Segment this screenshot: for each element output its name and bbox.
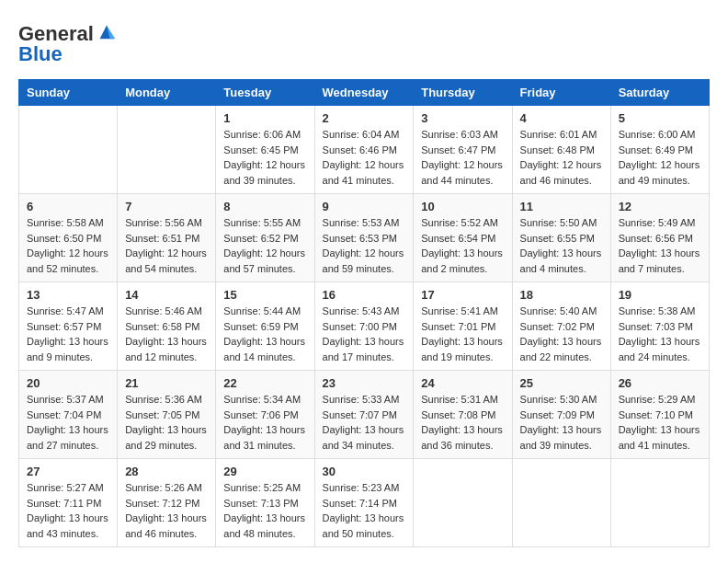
day-number: 20	[27, 376, 109, 390]
sunrise-text: Sunrise: 5:58 AM	[27, 217, 104, 228]
calendar-cell: 6Sunrise: 5:58 AMSunset: 6:50 PMDaylight…	[19, 194, 118, 282]
sunrise-text: Sunrise: 6:03 AM	[421, 129, 498, 140]
day-info: Sunrise: 5:55 AMSunset: 6:52 PMDaylight:…	[223, 215, 306, 276]
calendar-cell: 5Sunrise: 6:00 AMSunset: 6:49 PMDaylight…	[610, 106, 709, 194]
day-number: 11	[520, 200, 603, 213]
calendar-cell: 3Sunrise: 6:03 AMSunset: 6:47 PMDaylight…	[414, 106, 512, 194]
calendar-header-thursday: Thursday	[414, 80, 512, 106]
day-number: 24	[421, 376, 504, 390]
day-number: 28	[125, 465, 208, 478]
sunset-text: Sunset: 7:10 PM	[619, 409, 693, 420]
day-info: Sunrise: 6:00 AMSunset: 6:49 PMDaylight:…	[619, 127, 701, 188]
sunrise-text: Sunrise: 6:01 AM	[520, 129, 597, 140]
daylight-text: Daylight: 13 hours and 29 minutes.	[125, 424, 207, 451]
calendar-header-saturday: Saturday	[610, 80, 709, 106]
calendar-cell: 1Sunrise: 6:06 AMSunset: 6:45 PMDaylight…	[216, 106, 314, 194]
calendar-cell: 27Sunrise: 5:27 AMSunset: 7:11 PMDayligh…	[19, 459, 118, 547]
sunset-text: Sunset: 7:04 PM	[27, 409, 101, 420]
sunset-text: Sunset: 6:51 PM	[125, 233, 199, 244]
calendar-cell: 17Sunrise: 5:41 AMSunset: 7:01 PMDayligh…	[414, 282, 512, 371]
calendar-week-row: 1Sunrise: 6:06 AMSunset: 6:45 PMDaylight…	[19, 106, 710, 194]
calendar-cell: 22Sunrise: 5:34 AMSunset: 7:06 PMDayligh…	[216, 371, 314, 459]
daylight-text: Daylight: 12 hours and 54 minutes.	[125, 247, 207, 274]
sunset-text: Sunset: 6:56 PM	[619, 233, 693, 244]
calendar-header-monday: Monday	[118, 80, 216, 106]
day-info: Sunrise: 5:44 AMSunset: 6:59 PMDaylight:…	[223, 304, 306, 364]
day-number: 22	[223, 376, 306, 390]
daylight-text: Daylight: 13 hours and 48 minutes.	[223, 512, 305, 539]
calendar-week-row: 20Sunrise: 5:37 AMSunset: 7:04 PMDayligh…	[19, 371, 710, 459]
logo: General Blue	[18, 18, 119, 64]
sunrise-text: Sunrise: 5:55 AM	[223, 217, 301, 228]
sunset-text: Sunset: 6:59 PM	[223, 321, 298, 332]
sunset-text: Sunset: 6:52 PM	[223, 233, 298, 244]
calendar-cell: 16Sunrise: 5:43 AMSunset: 7:00 PMDayligh…	[314, 282, 414, 371]
day-info: Sunrise: 5:43 AMSunset: 7:00 PMDaylight:…	[323, 304, 406, 364]
sunset-text: Sunset: 7:06 PM	[223, 409, 298, 420]
daylight-text: Daylight: 13 hours and 22 minutes.	[520, 336, 602, 362]
day-info: Sunrise: 5:40 AMSunset: 7:02 PMDaylight:…	[520, 304, 603, 364]
daylight-text: Daylight: 13 hours and 27 minutes.	[27, 424, 108, 451]
sunrise-text: Sunrise: 6:04 AM	[323, 129, 400, 140]
day-number: 6	[27, 200, 109, 213]
calendar-cell: 21Sunrise: 5:36 AMSunset: 7:05 PMDayligh…	[118, 371, 216, 459]
sunrise-text: Sunrise: 5:43 AM	[323, 305, 400, 316]
sunrise-text: Sunrise: 5:37 AM	[27, 394, 104, 405]
logo-blue-text: Blue	[18, 44, 119, 64]
sunrise-text: Sunrise: 5:52 AM	[421, 217, 498, 228]
daylight-text: Daylight: 12 hours and 52 minutes.	[27, 247, 108, 274]
sunset-text: Sunset: 7:13 PM	[223, 498, 298, 509]
daylight-text: Daylight: 13 hours and 24 minutes.	[619, 336, 700, 362]
sunrise-text: Sunrise: 5:53 AM	[323, 217, 400, 228]
calendar-week-row: 13Sunrise: 5:47 AMSunset: 6:57 PMDayligh…	[19, 282, 710, 371]
calendar-cell	[19, 106, 118, 194]
sunset-text: Sunset: 6:58 PM	[125, 321, 199, 332]
day-info: Sunrise: 5:33 AMSunset: 7:07 PMDaylight:…	[323, 392, 406, 453]
day-info: Sunrise: 5:46 AMSunset: 6:58 PMDaylight:…	[125, 304, 208, 364]
day-info: Sunrise: 5:29 AMSunset: 7:10 PMDaylight:…	[619, 392, 701, 453]
sunset-text: Sunset: 7:00 PM	[323, 321, 397, 332]
day-info: Sunrise: 5:37 AMSunset: 7:04 PMDaylight:…	[27, 392, 109, 453]
sunrise-text: Sunrise: 5:47 AM	[27, 305, 104, 316]
daylight-text: Daylight: 13 hours and 17 minutes.	[323, 336, 404, 362]
day-info: Sunrise: 5:36 AMSunset: 7:05 PMDaylight:…	[125, 392, 208, 453]
daylight-text: Daylight: 13 hours and 2 minutes.	[421, 247, 503, 274]
calendar-cell: 9Sunrise: 5:53 AMSunset: 6:53 PMDaylight…	[314, 194, 414, 282]
day-number: 7	[125, 200, 208, 213]
sunrise-text: Sunrise: 5:50 AM	[520, 217, 597, 228]
sunrise-text: Sunrise: 5:23 AM	[323, 482, 400, 493]
sunrise-text: Sunrise: 5:44 AM	[223, 305, 301, 316]
sunset-text: Sunset: 7:09 PM	[520, 409, 595, 420]
sunrise-text: Sunrise: 5:38 AM	[619, 305, 696, 316]
day-number: 1	[223, 111, 306, 125]
calendar-table: SundayMondayTuesdayWednesdayThursdayFrid…	[18, 79, 710, 547]
sunrise-text: Sunrise: 5:40 AM	[520, 305, 597, 316]
sunset-text: Sunset: 7:05 PM	[125, 409, 199, 420]
calendar-cell: 8Sunrise: 5:55 AMSunset: 6:52 PMDaylight…	[216, 194, 314, 282]
daylight-text: Daylight: 13 hours and 36 minutes.	[421, 424, 503, 451]
calendar-cell: 29Sunrise: 5:25 AMSunset: 7:13 PMDayligh…	[216, 459, 314, 547]
calendar-cell: 20Sunrise: 5:37 AMSunset: 7:04 PMDayligh…	[19, 371, 118, 459]
daylight-text: Daylight: 12 hours and 46 minutes.	[520, 159, 602, 186]
sunrise-text: Sunrise: 5:49 AM	[619, 217, 696, 228]
day-info: Sunrise: 5:47 AMSunset: 6:57 PMDaylight:…	[27, 304, 109, 364]
calendar-cell: 25Sunrise: 5:30 AMSunset: 7:09 PMDayligh…	[512, 371, 610, 459]
sunset-text: Sunset: 7:08 PM	[421, 409, 495, 420]
sunset-text: Sunset: 7:01 PM	[421, 321, 495, 332]
daylight-text: Daylight: 13 hours and 14 minutes.	[223, 336, 305, 362]
sunset-text: Sunset: 7:12 PM	[125, 498, 199, 509]
calendar-cell: 14Sunrise: 5:46 AMSunset: 6:58 PMDayligh…	[118, 282, 216, 371]
calendar-cell: 2Sunrise: 6:04 AMSunset: 6:46 PMDaylight…	[314, 106, 414, 194]
sunrise-text: Sunrise: 5:25 AM	[223, 482, 301, 493]
calendar-cell	[414, 459, 512, 547]
day-info: Sunrise: 5:25 AMSunset: 7:13 PMDaylight:…	[223, 480, 306, 541]
day-number: 4	[520, 111, 603, 125]
day-number: 13	[27, 288, 109, 302]
day-number: 21	[125, 376, 208, 390]
day-info: Sunrise: 6:01 AMSunset: 6:48 PMDaylight:…	[520, 127, 603, 188]
sunset-text: Sunset: 7:07 PM	[323, 409, 397, 420]
calendar-week-row: 27Sunrise: 5:27 AMSunset: 7:11 PMDayligh…	[19, 459, 710, 547]
sunset-text: Sunset: 6:50 PM	[27, 233, 101, 244]
daylight-text: Daylight: 12 hours and 44 minutes.	[421, 159, 503, 186]
day-number: 9	[323, 200, 406, 213]
